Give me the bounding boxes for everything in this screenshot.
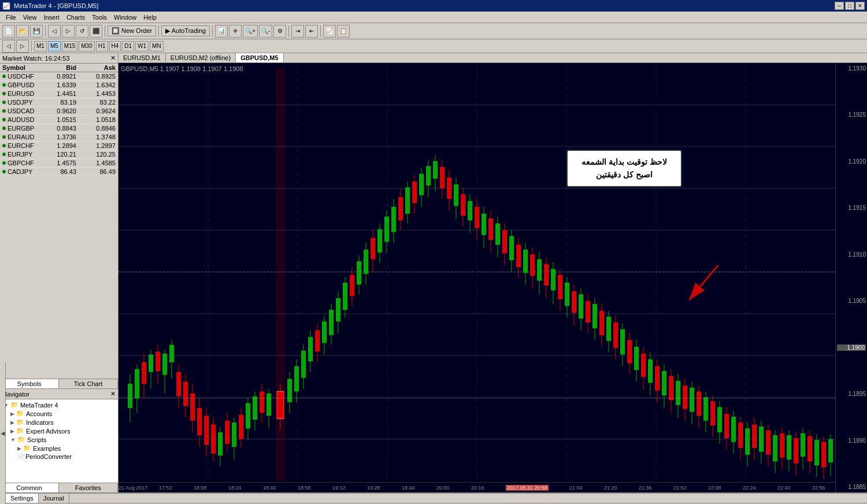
- crosshair-button[interactable]: ✛: [229, 25, 242, 38]
- svg-rect-87: [370, 238, 375, 260]
- status-dot: [2, 92, 6, 95]
- autotrading-button[interactable]: ▶ AutoTrading: [161, 25, 210, 36]
- time-label: 21:36: [639, 485, 652, 491]
- nav-item-scripts[interactable]: ▼ 📁 Scripts: [1, 435, 117, 444]
- folder-icon: 📁: [17, 436, 25, 443]
- list-item[interactable]: EURAUD 1.3736 1.3748: [0, 133, 118, 142]
- zoom-out-button[interactable]: 🔍-: [259, 25, 272, 38]
- menu-tools[interactable]: Tools: [88, 13, 110, 22]
- open-button[interactable]: 📂: [16, 25, 29, 38]
- list-item[interactable]: EURGBP 0.8843 0.8846: [0, 124, 118, 133]
- forward-button[interactable]: ▷: [62, 25, 75, 38]
- svg-rect-201: [766, 431, 770, 455]
- menu-window[interactable]: Window: [110, 13, 140, 22]
- tf-m5[interactable]: M5: [48, 41, 61, 51]
- menu-help[interactable]: Help: [140, 13, 160, 22]
- svg-rect-111: [454, 184, 458, 206]
- refresh-button[interactable]: ↺: [76, 25, 88, 38]
- symbol-cell: USDCAD: [0, 107, 39, 115]
- autoscroll-button[interactable]: ⇤: [305, 25, 318, 38]
- price-label-4: 1.1915: [837, 205, 866, 211]
- list-item[interactable]: CADJPY 86.43 86.49: [0, 168, 118, 176]
- tab-common[interactable]: Common: [0, 483, 59, 492]
- save-button[interactable]: 💾: [30, 25, 43, 38]
- tf-m1[interactable]: M1: [34, 41, 47, 51]
- svg-rect-28: [162, 354, 167, 375]
- chart-tab-eurusd-m1[interactable]: EURUSD,M1: [118, 53, 166, 62]
- tf-m15[interactable]: M15: [62, 41, 77, 51]
- menu-insert[interactable]: Insert: [40, 13, 63, 22]
- list-item[interactable]: EURCHF 1.2894 1.2897: [0, 142, 118, 150]
- list-item[interactable]: USDCHF 0.8921 0.8925: [0, 72, 118, 81]
- price-label-8: 1.1890: [837, 438, 866, 444]
- bid-cell: 1.0515: [39, 116, 79, 124]
- main-container: Market Watch: 16:24:53 ✕ Symbol Bid Ask …: [0, 53, 867, 492]
- svg-rect-143: [565, 283, 569, 306]
- nav-item-metatrader4[interactable]: ▼ 📁 MetaTrader 4: [1, 401, 117, 409]
- stop-button[interactable]: ⬛: [90, 25, 102, 38]
- symbol-cell: USDJPY: [0, 98, 39, 106]
- ask-cell: 1.3748: [79, 133, 118, 141]
- nav-item-accounts[interactable]: ▶ 📁 Accounts: [1, 409, 117, 418]
- chart-shift-button[interactable]: ⇥: [291, 25, 304, 38]
- nav-item-label: Indicators: [26, 419, 54, 426]
- svg-rect-73: [322, 321, 327, 343]
- menu-file[interactable]: File: [2, 13, 20, 22]
- nav-item-period-converter[interactable]: 📄 PeriodConverter: [1, 453, 117, 461]
- list-item[interactable]: USDJPY 83.19 83.22: [0, 98, 118, 107]
- svg-rect-189: [724, 414, 729, 438]
- zoom-in-button[interactable]: 🔍+: [243, 25, 258, 38]
- svg-rect-199: [759, 427, 764, 452]
- strategy-tester-toggle[interactable]: ◀: [0, 362, 6, 504]
- status-dot: [2, 75, 6, 78]
- template-button[interactable]: 📋: [337, 25, 350, 38]
- tab-journal[interactable]: Journal: [39, 494, 69, 503]
- tab-symbols[interactable]: Symbols: [0, 379, 59, 388]
- list-item[interactable]: GBPCHF 1.4575 1.4585: [0, 159, 118, 168]
- svg-rect-93: [391, 207, 396, 232]
- nav-item-indicators[interactable]: ▶ 📁 Indicators: [1, 418, 117, 427]
- menu-charts[interactable]: Charts: [63, 13, 88, 22]
- tf-m30[interactable]: M30: [79, 41, 94, 51]
- price-label-5: 1.1910: [837, 251, 866, 258]
- title-bar-buttons[interactable]: ─ □ ✕: [835, 2, 865, 10]
- tab-favorites[interactable]: Favorites: [59, 483, 118, 492]
- tf-w1[interactable]: W1: [135, 41, 149, 51]
- market-watch-close[interactable]: ✕: [110, 54, 116, 62]
- close-button[interactable]: ✕: [855, 2, 865, 10]
- menu-view[interactable]: View: [20, 13, 40, 22]
- svg-rect-18: [128, 384, 132, 408]
- nav-item-label: MetaTrader 4: [20, 402, 58, 409]
- chart-tab-eurusd-m2[interactable]: EURUSD,M2 (offline): [166, 53, 236, 62]
- list-item[interactable]: AUDUSD 1.0515 1.0518: [0, 116, 118, 124]
- arrow-right-button[interactable]: ▷: [16, 40, 29, 53]
- tf-h4[interactable]: H4: [109, 41, 121, 51]
- tab-tick-chart[interactable]: Tick Chart: [59, 379, 118, 388]
- list-item[interactable]: EURJPY 120.21 120.25: [0, 150, 118, 159]
- chart-tab-gbpusd-m5[interactable]: GBPUSD,M5: [236, 53, 283, 62]
- tf-mn[interactable]: MN: [150, 41, 164, 51]
- arrow-left-button[interactable]: ◁: [2, 40, 15, 53]
- list-item[interactable]: USDCAD 0.9620 0.9624: [0, 107, 118, 116]
- list-item[interactable]: GBPUSD 1.6339 1.6342: [0, 81, 118, 90]
- svg-rect-32: [176, 372, 181, 396]
- title-bar: 📈 MetaTrader 4 - [GBPUSD,M5] ─ □ ✕: [0, 0, 867, 12]
- time-label: 21 Aug 2017: [118, 485, 148, 491]
- list-item[interactable]: EURUSD 1.4451 1.4453: [0, 90, 118, 98]
- line-studies-button[interactable]: 📊: [215, 25, 228, 38]
- maximize-button[interactable]: □: [845, 2, 854, 10]
- indicators-button[interactable]: 📈: [323, 25, 336, 38]
- back-button[interactable]: ◁: [48, 25, 61, 38]
- navigator-close[interactable]: ✕: [110, 390, 116, 398]
- tf-h1[interactable]: H1: [96, 41, 108, 51]
- chart-properties-button[interactable]: ⚙: [273, 25, 286, 38]
- strategy-tester-panel: ◀ Settings Journal Expert Advisor 2 MA C…: [0, 492, 867, 504]
- tf-d1[interactable]: D1: [122, 41, 134, 51]
- nav-item-expert-advisors[interactable]: ▶ 📁 Expert Advisors: [1, 427, 117, 435]
- svg-rect-69: [308, 337, 313, 361]
- new-order-button[interactable]: 🔲 New Order: [108, 25, 156, 36]
- minimize-button[interactable]: ─: [835, 2, 844, 10]
- new-chart-button[interactable]: 📄: [2, 25, 15, 38]
- tab-settings[interactable]: Settings: [6, 494, 39, 503]
- nav-item-examples[interactable]: ▶ 📁 Examples: [1, 444, 117, 453]
